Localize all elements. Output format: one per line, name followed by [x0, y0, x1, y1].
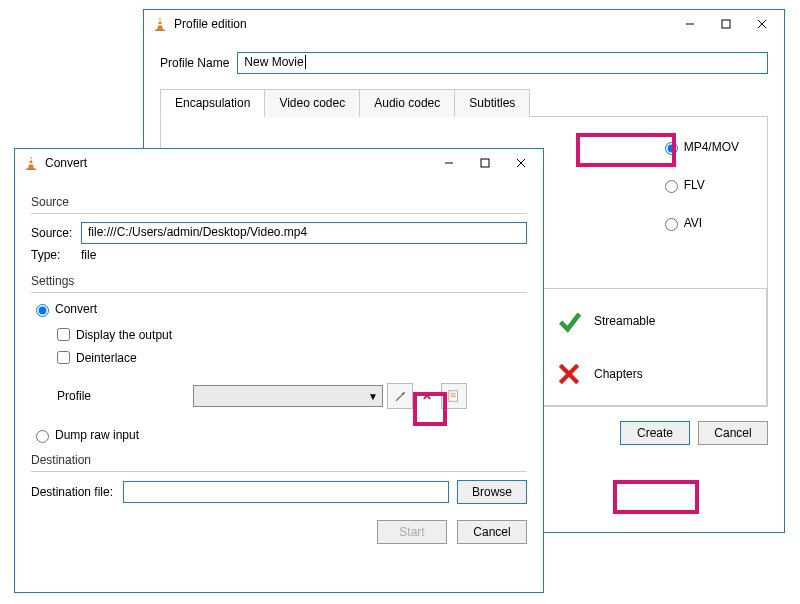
destination-group-label: Destination	[31, 453, 527, 467]
svg-rect-3	[155, 30, 165, 32]
radio-flv-label: FLV	[684, 178, 705, 192]
new-profile-icon	[447, 389, 461, 403]
vlc-icon	[23, 155, 39, 171]
radio-avi-label: AVI	[684, 216, 702, 230]
delete-profile-button[interactable]: ✕	[417, 389, 437, 403]
window-title: Convert	[45, 156, 431, 170]
type-label: Type:	[31, 248, 81, 262]
tab-encapsulation[interactable]: Encapsulation	[160, 89, 265, 117]
start-button[interactable]: Start	[377, 520, 447, 544]
tab-video-codec[interactable]: Video codec	[264, 89, 360, 117]
minimize-button[interactable]	[431, 153, 467, 173]
destination-file-input[interactable]	[123, 481, 449, 503]
profile-name-label: Profile Name	[160, 56, 229, 70]
svg-rect-18	[449, 391, 458, 402]
edit-profile-button[interactable]	[387, 383, 413, 409]
minimize-button[interactable]	[672, 14, 708, 34]
check-deinterlace[interactable]: Deinterlace	[53, 348, 527, 367]
dropdown-arrow-icon: ▼	[368, 391, 378, 402]
settings-group-label: Settings	[31, 274, 527, 288]
radio-avi-input[interactable]	[665, 218, 678, 231]
maximize-button[interactable]	[708, 14, 744, 34]
radio-dump-raw[interactable]: Dump raw input	[31, 427, 527, 443]
chapters-label: Chapters	[594, 367, 643, 381]
check-display-output[interactable]: Display the output	[53, 325, 527, 344]
radio-flv-input[interactable]	[665, 180, 678, 193]
check-deinterlace-label: Deinterlace	[76, 351, 137, 365]
check-deinterlace-input[interactable]	[57, 351, 70, 364]
source-label: Source:	[31, 226, 81, 240]
titlebar: Convert	[15, 149, 543, 177]
type-value: file	[81, 248, 96, 262]
titlebar: Profile edition	[144, 10, 784, 38]
svg-rect-1	[158, 20, 162, 22]
close-button[interactable]	[744, 14, 780, 34]
profile-label: Profile	[53, 389, 193, 403]
radio-flv[interactable]: FLV	[660, 177, 739, 193]
tab-audio-codec[interactable]: Audio codec	[359, 89, 455, 117]
x-icon	[556, 361, 582, 387]
browse-button[interactable]: Browse	[457, 480, 527, 504]
source-group-label: Source	[31, 195, 527, 209]
svg-rect-11	[29, 159, 33, 161]
tabs: Encapsulation Video codec Audio codec Su…	[160, 88, 768, 117]
convert-window: Convert Source Source: file:///C:/Users/…	[14, 148, 544, 593]
source-input[interactable]: file:///C:/Users/admin/Desktop/Video.mp4	[81, 222, 527, 244]
profile-name-input[interactable]: New Movie	[237, 52, 768, 74]
svg-rect-15	[481, 159, 489, 167]
profile-dropdown[interactable]: ▼	[193, 385, 383, 407]
window-title: Profile edition	[174, 17, 672, 31]
close-button[interactable]	[503, 153, 539, 173]
format-status-box: Streamable Chapters	[537, 288, 767, 406]
radio-avi[interactable]: AVI	[660, 215, 739, 231]
svg-rect-13	[26, 169, 36, 171]
streamable-label: Streamable	[594, 314, 655, 328]
radio-mp4-label: MP4/MOV	[684, 140, 739, 154]
destination-file-label: Destination file:	[31, 485, 123, 499]
radio-mp4-mov[interactable]: MP4/MOV	[660, 139, 739, 155]
vlc-icon	[152, 16, 168, 32]
cancel-button[interactable]: Cancel	[698, 421, 768, 445]
wrench-icon	[393, 389, 407, 403]
check-display-output-label: Display the output	[76, 328, 172, 342]
tab-subtitles[interactable]: Subtitles	[454, 89, 530, 117]
check-icon	[556, 307, 584, 335]
svg-rect-12	[29, 163, 34, 165]
radio-dump-raw-input[interactable]	[36, 430, 49, 443]
svg-rect-5	[722, 20, 730, 28]
radio-dump-raw-label: Dump raw input	[55, 428, 139, 442]
svg-marker-10	[28, 156, 34, 169]
radio-convert-input[interactable]	[36, 304, 49, 317]
radio-convert-label: Convert	[55, 302, 97, 316]
check-display-output-input[interactable]	[57, 328, 70, 341]
new-profile-button[interactable]	[441, 383, 467, 409]
svg-rect-2	[158, 24, 163, 26]
radio-mp4-input[interactable]	[665, 142, 678, 155]
cancel-button[interactable]: Cancel	[457, 520, 527, 544]
maximize-button[interactable]	[467, 153, 503, 173]
svg-marker-0	[157, 17, 163, 30]
create-button[interactable]: Create	[620, 421, 690, 445]
radio-convert[interactable]: Convert	[31, 301, 527, 317]
